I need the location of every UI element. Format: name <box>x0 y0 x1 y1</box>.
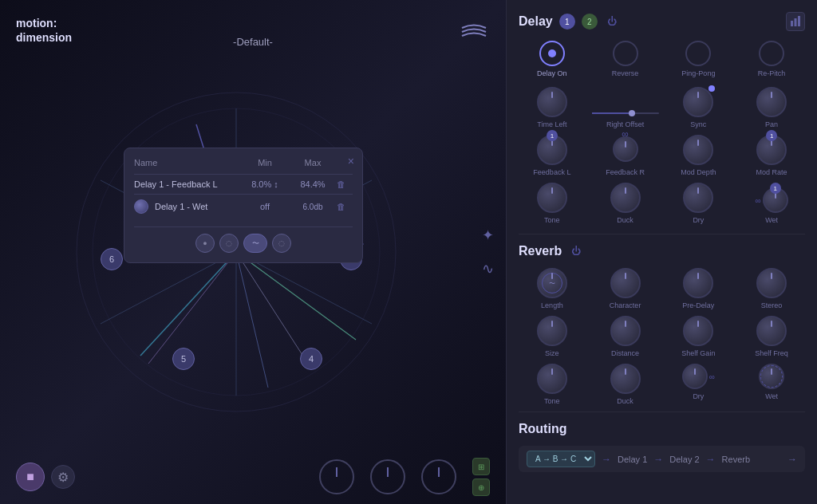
reverb-stereo-knob[interactable] <box>756 268 787 298</box>
macro-knob-1[interactable] <box>319 459 354 494</box>
wave-icon[interactable]: ∿ <box>482 260 494 278</box>
re-pitch-button[interactable] <box>759 41 784 66</box>
routing-section-header: Routing <box>519 422 805 436</box>
ping-pong-button[interactable] <box>685 41 711 66</box>
svg-rect-19 <box>795 18 797 26</box>
stop-icon: ■ <box>26 470 34 484</box>
wet-mini-knob <box>134 199 148 214</box>
reverb-wet-label: Wet <box>765 392 778 400</box>
right-offset-control: Right Offset <box>592 112 659 128</box>
delete-row-1[interactable]: 🗑 <box>337 202 353 211</box>
sync-knob[interactable] <box>683 87 713 117</box>
svg-line-16 <box>236 252 356 340</box>
svg-rect-18 <box>791 21 793 26</box>
reverb-dry-knob[interactable] <box>682 364 708 389</box>
reverb-power-icon[interactable]: ⏻ <box>571 246 581 257</box>
bookmark-icon[interactable]: ⊞ <box>472 458 490 475</box>
side-icons: ✦ ∿ <box>482 226 494 278</box>
reverb-shelf-gain-control: Shelf Gain <box>665 316 732 357</box>
reverb-duck-label: Duck <box>617 397 633 405</box>
macro-1[interactable]: ● <box>195 234 215 253</box>
reverb-shelf-gain-knob[interactable] <box>683 316 713 346</box>
delay-dry-knob[interactable] <box>683 183 713 213</box>
reverb-dry-control: ∞ Dry <box>665 364 732 405</box>
reverb-size-knob[interactable] <box>537 316 567 346</box>
time-left-knob[interactable] <box>537 87 567 117</box>
reverb-distance-label: Distance <box>611 349 639 357</box>
reverb-tone-control: Tone <box>519 364 586 405</box>
node-5[interactable]: 5 <box>172 348 195 370</box>
node-4[interactable]: 4 <box>300 348 322 370</box>
reverb-character-knob[interactable] <box>610 268 641 298</box>
bottom-bar: ■ ⚙ ⊞ ⊕ <box>0 458 506 496</box>
feedback-l-label: Feedback L <box>533 168 570 176</box>
reverb-row-1: 〜 Length Character Pre-Delay Stereo <box>519 268 805 309</box>
delay-on-control: Delay On <box>519 41 586 77</box>
mod-depth-knob[interactable] <box>683 135 713 165</box>
sync-label: Sync <box>690 120 706 128</box>
reverb-row-3: Tone Duck ∞ Dry Wet <box>519 364 805 405</box>
routing-end-arrow: → <box>787 454 797 465</box>
settings-button[interactable]: ⚙ <box>51 465 75 489</box>
mod-rate-control: 1 Mod Rate <box>738 135 805 176</box>
delay-row-2: Time Left Right Offset Sync Pan <box>519 87 805 128</box>
pan-knob[interactable] <box>756 87 787 117</box>
reverb-pre-delay-knob[interactable] <box>683 268 713 298</box>
ping-pong-control: Ping-Pong <box>665 41 732 77</box>
feedback-r-knob[interactable] <box>613 136 638 162</box>
node-6[interactable]: 6 <box>101 248 123 270</box>
routing-title: Routing <box>519 422 566 436</box>
reverb-title: Reverb <box>519 244 562 258</box>
wet-link-icon[interactable]: ∞ <box>756 196 761 205</box>
app-title: motion: dimension <box>16 16 72 45</box>
reverb-shelf-freq-knob[interactable] <box>756 316 787 346</box>
reverb-dry-label: Dry <box>693 392 704 400</box>
delay-tone-knob[interactable] <box>537 183 567 213</box>
routing-bar: A → B → C → Delay 1 → Delay 2 → Reverb → <box>519 446 805 472</box>
bottom-knobs <box>319 459 456 494</box>
reverb-size-control: Size <box>519 316 586 357</box>
macro-2[interactable]: ◌ <box>219 234 239 253</box>
delay-power-icon[interactable]: ⏻ <box>607 16 617 27</box>
routing-section: Routing A → B → C → Delay 1 → Delay 2 → … <box>519 422 805 472</box>
delay-on-button[interactable] <box>539 41 565 66</box>
delay-reverb-divider <box>519 234 805 234</box>
reverb-tone-knob[interactable] <box>537 364 567 394</box>
routing-reverb: Reverb <box>722 455 750 464</box>
macro-3[interactable]: ◌ <box>272 234 291 253</box>
settings-icon: ⚙ <box>57 470 69 485</box>
reverb-length-knob[interactable]: 〜 <box>537 268 567 298</box>
delay-tab-1[interactable]: 1 <box>559 14 575 30</box>
reverse-control: Reverse <box>592 41 659 77</box>
app-title-line2: dimension <box>16 31 72 44</box>
macro-knob-3[interactable] <box>421 459 456 494</box>
delay-tone-label: Tone <box>544 216 560 224</box>
delay-tab-2[interactable]: 2 <box>582 14 598 30</box>
macro-knob-2[interactable] <box>370 459 405 494</box>
delay-duck-knob[interactable] <box>610 183 641 213</box>
delay-duck-label: Duck <box>617 216 633 224</box>
macro-wave[interactable]: 〜 <box>243 234 267 253</box>
expand-icon[interactable]: ⊕ <box>472 478 490 496</box>
delete-row-0[interactable]: 🗑 <box>337 179 353 189</box>
reverb-character-control: Character <box>592 268 659 309</box>
stop-button[interactable]: ■ <box>16 463 45 491</box>
reverse-button[interactable] <box>613 41 638 66</box>
right-offset-label: Right Offset <box>606 120 644 128</box>
delay-title: Delay <box>519 14 553 29</box>
routing-select[interactable]: A → B → C <box>527 451 595 467</box>
reverb-dry-link-icon[interactable]: ∞ <box>709 372 715 381</box>
brightness-icon[interactable]: ✦ <box>482 226 494 244</box>
reverb-duck-knob[interactable] <box>610 364 641 394</box>
delay-row-1: Delay On Reverse Ping-Pong Re-Pitch <box>519 41 805 77</box>
time-left-label: Time Left <box>537 120 566 128</box>
feedback-l-control: 1 Feedback L <box>519 135 586 176</box>
svg-line-13 <box>236 252 308 364</box>
re-pitch-control: Re-Pitch <box>738 41 805 77</box>
reverb-distance-knob[interactable] <box>610 316 641 346</box>
modal-close-button[interactable]: × <box>348 155 354 167</box>
feedback-r-control: ∞ Feedback R <box>592 136 659 176</box>
mod-rate-label: Mod Rate <box>756 168 787 176</box>
pan-label: Pan <box>765 120 778 128</box>
stats-button[interactable] <box>786 12 805 31</box>
